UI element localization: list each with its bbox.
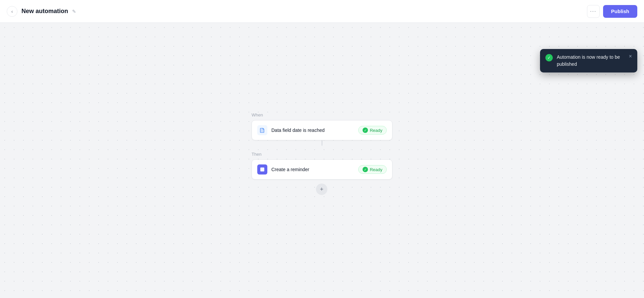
trigger-card[interactable]: Data field date is reached ✓ Ready <box>252 120 392 140</box>
edit-icon[interactable]: ✎ <box>72 9 76 14</box>
more-icon: ··· <box>590 8 596 14</box>
flow-container: When Data field date is reached ✓ Ready <box>252 112 392 195</box>
trigger-check-icon: ✓ <box>363 128 368 133</box>
more-button[interactable]: ··· <box>587 5 600 18</box>
header-right: ··· Publish <box>587 5 637 18</box>
add-step-button[interactable]: + <box>316 184 327 195</box>
back-button[interactable]: ‹ <box>7 6 17 17</box>
toast-notification: ✓ Automation is now ready to be publishe… <box>540 49 637 72</box>
then-label: Then <box>252 152 262 157</box>
header: ‹ New automation ✎ ··· Publish <box>0 0 644 23</box>
toast-close-button[interactable]: × <box>629 54 632 59</box>
document-icon <box>257 125 267 135</box>
trigger-status: Ready <box>370 128 382 133</box>
action-status: Ready <box>370 167 382 172</box>
action-text: Create a reminder <box>271 167 309 172</box>
header-left: ‹ New automation ✎ <box>7 6 76 17</box>
when-label: When <box>252 112 263 117</box>
trigger-ready-badge: ✓ Ready <box>358 126 387 135</box>
back-icon: ‹ <box>11 9 13 14</box>
checkbox-icon <box>257 164 267 175</box>
trigger-card-left: Data field date is reached <box>257 125 325 135</box>
canvas: When Data field date is reached ✓ Ready <box>0 23 644 298</box>
action-card[interactable]: Create a reminder ✓ Ready <box>252 159 392 180</box>
action-check-icon: ✓ <box>363 167 368 172</box>
action-ready-badge: ✓ Ready <box>358 165 387 174</box>
connector-line <box>322 140 322 146</box>
toast-success-icon: ✓ <box>545 54 553 61</box>
trigger-text: Data field date is reached <box>271 128 325 133</box>
page-title: New automation <box>21 8 68 15</box>
action-card-left: Create a reminder <box>257 164 309 175</box>
publish-button[interactable]: Publish <box>603 5 637 18</box>
toast-message: Automation is now ready to be published <box>557 54 625 68</box>
